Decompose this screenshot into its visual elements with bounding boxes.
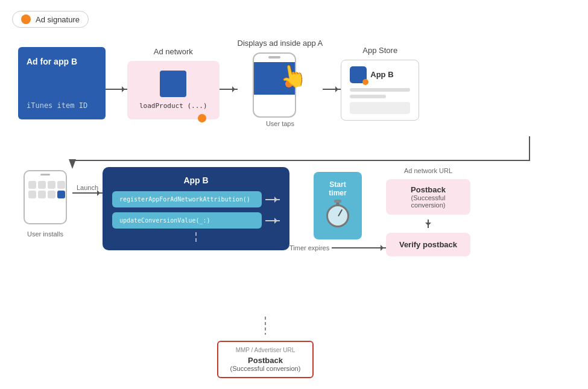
verify-title: Verify postback bbox=[394, 240, 462, 249]
app-b-box: App B registerAppForAdNetworkAttribution… bbox=[103, 167, 289, 250]
ad-box-subtitle: iTunes item ID bbox=[27, 101, 97, 110]
phone-display-column: Displays ad inside app A 👆 User taps bbox=[238, 39, 323, 127]
app-icon-7 bbox=[48, 191, 55, 198]
app-icon-3 bbox=[48, 181, 55, 189]
legend-text: Ad signature bbox=[36, 15, 80, 24]
code-box-1: registerAppForAdNetworkAttribution() bbox=[112, 191, 262, 207]
phone-small bbox=[24, 170, 67, 224]
appstore-screenshot-placeholder bbox=[350, 102, 410, 114]
verify-box: Verify postback bbox=[386, 233, 470, 256]
appstore-icon bbox=[350, 66, 367, 83]
mmp-postback-title: Postback bbox=[226, 356, 305, 365]
legend-dot bbox=[21, 14, 31, 24]
dashed-up-section bbox=[112, 232, 280, 242]
hand-tap-icon: 👆 bbox=[278, 61, 309, 90]
app-icon-5 bbox=[28, 191, 36, 198]
arrow-phone-to-appstore bbox=[323, 89, 341, 90]
arrow-ad-to-network bbox=[106, 89, 127, 90]
timer-expires-label: Timer expires bbox=[289, 244, 329, 251]
network-orange-dot bbox=[198, 114, 206, 122]
code-text-1: registerAppForAdNetworkAttribution() bbox=[119, 196, 250, 203]
appstore-line-1 bbox=[350, 88, 410, 92]
app-store-column: App Store App B bbox=[341, 46, 419, 121]
app-store-box: App B bbox=[341, 60, 419, 121]
ad-for-app-b-box: Ad for app B iTunes item ID bbox=[18, 47, 106, 119]
stopwatch-hand bbox=[338, 209, 343, 217]
timer-expires-arrowhead bbox=[381, 245, 387, 251]
app-icon-2 bbox=[38, 181, 46, 189]
stopwatch-button bbox=[334, 200, 341, 203]
legend: Ad signature bbox=[12, 11, 89, 28]
phone-display-label: Displays ad inside app A bbox=[238, 39, 323, 48]
timer-title: Start timer bbox=[320, 180, 356, 197]
code-box-2: updateConversionValue(_:) bbox=[112, 212, 262, 229]
ad-network-box: loadProduct (...) bbox=[127, 61, 220, 119]
mmp-dashed-connector bbox=[217, 317, 314, 335]
dashed-up-line bbox=[195, 232, 197, 242]
phone-notch bbox=[268, 56, 280, 59]
code1-arrowhead bbox=[274, 197, 280, 203]
bottom-section: User installs Launch App B registerAppFo… bbox=[12, 167, 576, 256]
diagram-container: Ad signature Ad for app B iTunes item ID… bbox=[0, 0, 588, 389]
app-icon-4 bbox=[57, 181, 65, 189]
timer-section: Start timer Timer expires bbox=[289, 167, 386, 251]
phone-small-notch bbox=[40, 174, 50, 176]
appstore-header: App B bbox=[350, 66, 410, 83]
user-taps-label: User taps bbox=[266, 120, 294, 127]
code2-arrowhead bbox=[274, 218, 280, 224]
appstore-icon-dot bbox=[362, 79, 368, 85]
code-row-1: registerAppForAdNetworkAttribution() bbox=[112, 191, 280, 207]
app-icon-6 bbox=[38, 191, 46, 198]
stopwatch-stem bbox=[337, 202, 340, 206]
postback-arrow-down bbox=[428, 220, 429, 228]
mmp-postback-section: MMP / Advertiser URL Postback (Successfu… bbox=[217, 335, 314, 378]
ad-network-url-label: Ad network URL bbox=[404, 167, 452, 174]
mmp-url-label: MMP / Advertiser URL bbox=[226, 347, 305, 353]
postback-title-1: Postback bbox=[394, 185, 462, 194]
mmp-postback-box: MMP / Advertiser URL Postback (Successfu… bbox=[217, 341, 314, 378]
app-icon-8-blue bbox=[57, 191, 65, 198]
app-store-label: App Store bbox=[362, 46, 397, 55]
ad-box-title: Ad for app B bbox=[27, 57, 97, 66]
launch-line bbox=[72, 192, 103, 194]
code2-arrow bbox=[265, 220, 280, 221]
ad-network-column: Ad network loadProduct (...) bbox=[127, 47, 220, 119]
phone-display: 👆 bbox=[253, 52, 307, 119]
arrow-network-to-phone bbox=[220, 89, 238, 90]
postback-subtitle-1: (Successful conversion) bbox=[394, 194, 462, 209]
connector-svg bbox=[18, 133, 582, 163]
phone-small-icons bbox=[28, 181, 62, 198]
appstore-line-2 bbox=[350, 95, 386, 98]
right-postbacks-section: Ad network URL Postback (Successful conv… bbox=[386, 167, 470, 256]
vertical-connector-section bbox=[12, 133, 576, 163]
launch-arrow-section: Launch bbox=[72, 167, 103, 194]
ad-network-label: Ad network bbox=[154, 47, 193, 56]
mmp-postback-subtitle: (Successful conversion) bbox=[226, 365, 305, 372]
user-installs-label: User installs bbox=[27, 230, 63, 238]
network-inner-box bbox=[160, 71, 186, 97]
top-section: Ad for app B iTunes item ID Ad network l… bbox=[12, 39, 576, 127]
code1-arrow bbox=[265, 199, 280, 200]
code-row-2: updateConversionValue(_:) bbox=[112, 212, 280, 229]
timer-expires-row: Timer expires bbox=[289, 244, 386, 251]
postback-box-1: Postback (Successful conversion) bbox=[386, 179, 470, 215]
timer-expires-line bbox=[332, 247, 386, 248]
bottom-phone-column: User installs bbox=[18, 167, 72, 238]
app-icon-1 bbox=[28, 181, 36, 189]
stopwatch-circle bbox=[326, 204, 349, 227]
appstore-app-name: App B bbox=[370, 70, 393, 79]
app-b-title: App B bbox=[112, 176, 280, 185]
load-product-code: loadProduct (...) bbox=[139, 102, 207, 110]
launch-label: Launch bbox=[77, 184, 98, 191]
stopwatch-icon bbox=[324, 201, 351, 231]
code-text-2: updateConversionValue(_:) bbox=[119, 217, 210, 224]
timer-box: Start timer bbox=[314, 172, 362, 239]
